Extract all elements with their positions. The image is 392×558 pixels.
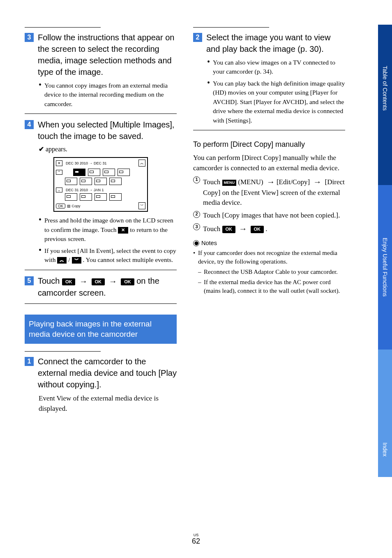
tab-toc[interactable]: Table of Contents: [378, 25, 392, 185]
thumbnail: [118, 169, 130, 176]
bullet-text: You can also view images on a TV connect…: [207, 58, 345, 76]
arrow-icon: →: [239, 224, 247, 233]
subheading: To perform [Direct Copy] manually: [193, 140, 345, 149]
step-4: 4 When you selected [Multiple Images], t…: [25, 119, 177, 142]
step-number: 3: [25, 33, 34, 42]
step-heading: Touch OK → OK → OK on the camcorder scre…: [38, 275, 177, 299]
appears-line: ✔ appears.: [39, 145, 177, 153]
substep-2: 2 Touch [Copy images that have not been …: [193, 211, 345, 221]
date-range: DEC 30 2010 → DEC 31: [66, 161, 137, 165]
step-number: 1: [25, 357, 34, 366]
circle-number-icon: 1: [193, 176, 200, 183]
substep-1: 1 Touch MENU (MENU) →[Edit/Copy] → [Dire…: [193, 176, 345, 208]
page-body: 3 Follow the instructions that appear on…: [0, 0, 362, 422]
note-sublist: Reconnect the USB Adaptor Cable to your …: [198, 268, 345, 295]
arrow-icon: →: [109, 277, 117, 286]
arrow-icon: →: [267, 177, 275, 186]
bullet-text: You can play back the high definition im…: [207, 79, 345, 125]
left-column: 3 Follow the instructions that appear on…: [25, 25, 177, 414]
step-3-bullets: You cannot copy images from an external …: [39, 81, 177, 109]
step-heading: When you selected [Multiple Images], tou…: [38, 119, 177, 142]
step-heading: Connect the camcorder to the external me…: [38, 356, 177, 390]
ok-icon: OK: [121, 278, 134, 285]
down-icon: ︾: [138, 202, 145, 209]
copy-label: ▧ Copy: [67, 204, 138, 208]
arrow-icon: →: [79, 277, 88, 286]
close-icon: ✕: [56, 160, 62, 166]
ok-icon: OK: [251, 226, 264, 233]
thumbnail: [95, 193, 107, 201]
divider: [25, 27, 101, 28]
thumbnail: [80, 178, 92, 185]
step-number: 2: [193, 33, 202, 42]
circle-number-icon: 2: [193, 211, 200, 218]
date-range: DEC 31 2010 → JAN 1: [66, 188, 145, 192]
step-heading: Select the image you want to view and pl…: [206, 32, 345, 55]
x-icon: ✕: [118, 227, 128, 234]
circle-number-icon: 3: [193, 223, 200, 230]
page-up-icon: ⌃: [56, 170, 62, 175]
page-down-icon: ⌄: [56, 188, 62, 192]
tab-index[interactable]: Index: [378, 350, 392, 477]
lcd-illustration: ✕ DEC 30 2010 → DEC 31 ︽ ⌃ ⌄: [53, 157, 148, 212]
bullet-text: You cannot copy images from an external …: [39, 81, 177, 109]
section-heading: Playing back images in the external medi…: [25, 315, 177, 344]
ok-button-outline: OK: [56, 204, 65, 208]
thumbnail: [73, 169, 85, 176]
note-subitem: If the external media device has the AC …: [198, 278, 345, 295]
bullet-text: Press and hold the image down on the LCD…: [39, 216, 177, 243]
region-label: US: [192, 533, 200, 537]
substep-3: 3 Touch OK → OK .: [193, 223, 345, 235]
thumbnail: [103, 169, 115, 176]
step-heading: Follow the instructions that appear on t…: [38, 32, 177, 78]
side-tabs: Table of Contents Enjoy Useful Functions…: [378, 25, 392, 477]
thumbnail: [109, 193, 122, 201]
note-subitem: Reconnect the USB Adaptor Cable to your …: [198, 268, 345, 276]
note-item: If your camcorder does not recognize the…: [193, 249, 345, 295]
tab-useful[interactable]: Enjoy Useful Functions: [378, 185, 392, 350]
chevron-up-icon: ︽: [57, 257, 67, 264]
menu-icon: MENU: [222, 180, 237, 186]
bullet-text: If you select [All In Event], select the…: [39, 246, 177, 265]
up-icon: ︽: [138, 160, 145, 167]
divider: [25, 113, 177, 114]
check-icon: ✔: [39, 146, 44, 153]
thumbnail: [109, 178, 122, 185]
page-number: US 62: [192, 533, 200, 546]
step-3: 3 Follow the instructions that appear on…: [25, 32, 177, 78]
step-1: 1 Connect the camcorder to the external …: [25, 356, 177, 390]
divider: [25, 303, 177, 304]
thumbnail: [80, 193, 92, 201]
numbered-steps: 1 Touch MENU (MENU) →[Edit/Copy] → [Dire…: [193, 176, 345, 235]
divider: [193, 27, 269, 28]
body-text: You can perform [Direct Copy] manually w…: [193, 153, 345, 173]
step-number: 5: [25, 276, 34, 285]
right-column: 2 Select the image you want to view and …: [193, 25, 345, 414]
notes-list: If your camcorder does not recognize the…: [193, 249, 345, 295]
divider: [25, 351, 101, 352]
divider: [25, 270, 177, 270]
step-2-bullets: You can also view images on a TV connect…: [207, 58, 345, 125]
step-number: 4: [25, 120, 34, 129]
appears-text: appears.: [46, 146, 67, 153]
thumbnail: [65, 193, 77, 201]
thumbnail: [88, 169, 100, 176]
ok-icon: OK: [92, 278, 105, 285]
chevron-down-icon: ︾: [72, 257, 81, 264]
page-number-value: 62: [192, 537, 200, 545]
step-5: 5 Touch OK → OK → OK on the camcorder sc…: [25, 275, 177, 299]
step-2: 2 Select the image you want to view and …: [193, 32, 345, 55]
ok-icon: OK: [62, 278, 76, 285]
step-4-bullets: Press and hold the image down on the LCD…: [39, 216, 177, 264]
notes-heading: ⬤ Notes: [193, 240, 345, 246]
thumbnail: [65, 178, 77, 185]
divider: [193, 130, 345, 130]
thumbnail: [95, 178, 107, 185]
notes-icon: ⬤: [193, 240, 199, 246]
ok-icon: OK: [222, 226, 236, 233]
step-body: Event View of the external media device …: [39, 394, 177, 414]
arrow-icon: →: [313, 177, 321, 186]
